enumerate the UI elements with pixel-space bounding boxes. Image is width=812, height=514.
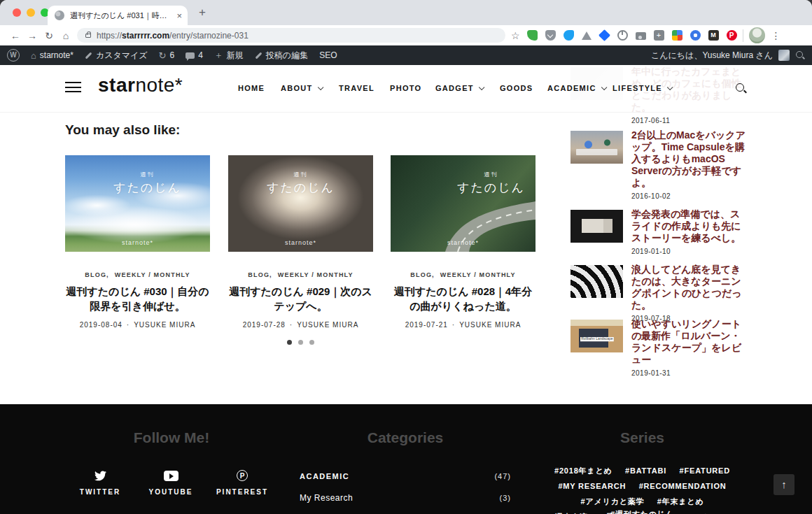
home-icon[interactable]: ⌂ bbox=[57, 30, 74, 41]
square-plus-extension-icon[interactable]: + bbox=[654, 30, 664, 41]
wp-logo-menu[interactable]: W bbox=[7, 49, 20, 62]
sidebar-post-title[interactable]: 浪人してどん底を見てきたのは、大きなターニングポイントのひとつだった。 bbox=[631, 264, 746, 311]
category-link[interactable]: WEEKLY / MONTHLY bbox=[115, 271, 190, 278]
google-drive-extension-icon[interactable] bbox=[582, 31, 592, 40]
browser-menu-icon[interactable]: ⋮ bbox=[771, 30, 781, 41]
reload-icon[interactable]: ↻ bbox=[41, 30, 57, 41]
carousel-dot[interactable] bbox=[298, 340, 303, 345]
m-extension-icon[interactable]: M bbox=[708, 30, 719, 41]
sidebar-post-item[interactable]: 2台以上のMacをバックアップ。Time Capsuleを購入するよりもmacO… bbox=[570, 129, 746, 200]
sidebar-post-thumbnail[interactable] bbox=[570, 131, 623, 164]
sidebar-post-item[interactable]: 学会発表の準備では、スライドの作成よりも先にストーリーを練るべし。 2019-0… bbox=[570, 208, 746, 255]
wp-edit-post-menu[interactable]: 投稿の編集 bbox=[255, 50, 308, 62]
sidebar-post-thumbnail[interactable] bbox=[570, 265, 623, 298]
series-tag[interactable]: #年末まとめ bbox=[657, 497, 704, 507]
sidebar-post-thumbnail[interactable]: Rollbahn Landscape bbox=[570, 320, 623, 352]
wp-search-icon[interactable] bbox=[795, 50, 805, 60]
carousel-dot-active[interactable] bbox=[287, 340, 292, 345]
category-link[interactable]: BLOG, bbox=[410, 271, 435, 278]
nav-academic[interactable]: ACADEMIC bbox=[547, 84, 605, 92]
nav-goods[interactable]: GOODS bbox=[500, 84, 533, 92]
post-author[interactable]: YUSUKE MIURA bbox=[459, 321, 521, 329]
post-author[interactable]: YUSUKE MIURA bbox=[297, 321, 358, 329]
nav-label: GADGET bbox=[435, 84, 474, 92]
tab-title: 週刊すたのじん #031｜時代の変化 bbox=[70, 10, 172, 21]
camera-extension-icon[interactable] bbox=[636, 32, 646, 40]
sidebar-post-item[interactable]: 浪人してどん底を見てきたのは、大きなターニングポイントのひとつだった。 2019… bbox=[570, 264, 746, 322]
pinterest-extension-icon[interactable]: P bbox=[727, 30, 737, 41]
user-avatar[interactable] bbox=[778, 50, 790, 61]
bookmark-star-icon[interactable]: ☆ bbox=[511, 30, 520, 41]
sidebar-post-title[interactable]: 使いやすいリングノートの最新作「ロルバーン・ランドスケープ」をレビュー bbox=[631, 318, 746, 366]
carousel-dot[interactable] bbox=[309, 340, 314, 345]
new-tab-button[interactable]: + bbox=[199, 6, 206, 20]
sidebar-post-title[interactable]: 2台以上のMacをバックアップ。Time Capsuleを購入するよりもmacO… bbox=[631, 129, 746, 189]
nav-photo[interactable]: PHOTO bbox=[390, 84, 421, 92]
wp-new-menu[interactable]: ＋ 新規 bbox=[214, 49, 244, 62]
close-window-button[interactable] bbox=[13, 8, 21, 17]
wp-comments-menu[interactable]: 4 bbox=[186, 50, 203, 60]
series-tag[interactable]: #アメリカと薬学 bbox=[581, 497, 645, 507]
related-post-card[interactable]: 週刊 すたのじん starnote* BLOG,WEEKLY / MONTHLY… bbox=[65, 155, 210, 329]
related-post-card[interactable]: 週刊 すたのじん starnote* BLOG,WEEKLY / MONTHLY… bbox=[391, 155, 536, 329]
category-link[interactable]: BLOG, bbox=[85, 271, 109, 278]
nav-travel[interactable]: TRAVEL bbox=[339, 84, 374, 92]
post-title[interactable]: 週刊すたのじん #028｜4年分の曲がりくねった道。 bbox=[391, 284, 536, 313]
notebook-label: Rollbahn Landscape bbox=[580, 337, 614, 341]
dropbox-extension-icon[interactable] bbox=[598, 29, 610, 41]
category-link[interactable]: WEEKLY / MONTHLY bbox=[440, 271, 516, 278]
updates-icon: ↻ bbox=[159, 50, 167, 61]
nav-home[interactable]: HOME bbox=[238, 84, 265, 92]
series-tag[interactable]: #MY RESEARCH bbox=[558, 482, 626, 490]
pocket-extension-icon[interactable] bbox=[545, 30, 556, 41]
category-row[interactable]: ACADEMIC (47) bbox=[300, 472, 511, 480]
post-author[interactable]: YUSUKE MIURA bbox=[134, 321, 195, 329]
nav-gadget[interactable]: GADGET bbox=[435, 84, 482, 92]
blue-circle-extension-icon[interactable] bbox=[690, 30, 701, 41]
minimize-window-button[interactable] bbox=[27, 8, 35, 17]
post-title[interactable]: 週刊すたのじん #030｜自分の限界を引き伸ばせ。 bbox=[65, 284, 210, 313]
youtube-link[interactable]: YOUTUBE bbox=[137, 469, 204, 496]
header-search-icon[interactable] bbox=[735, 83, 747, 94]
post-cover-image[interactable]: 週刊 すたのじん starnote* bbox=[65, 155, 210, 252]
wp-seo-menu[interactable]: SEO bbox=[319, 50, 337, 60]
pinterest-link[interactable]: P PINTEREST bbox=[209, 469, 276, 496]
series-tag[interactable]: #BATTABI bbox=[625, 466, 666, 475]
browser-tab[interactable]: 週刊すたのじん #031｜時代の変化 × bbox=[48, 6, 188, 25]
evernote-extension-icon[interactable] bbox=[527, 30, 538, 41]
series-tag[interactable]: #2018年まとめ bbox=[554, 466, 612, 476]
series-tag[interactable]: #FEATURED bbox=[680, 466, 730, 475]
category-name[interactable]: My Research bbox=[300, 493, 353, 503]
sidebar-post-thumbnail[interactable] bbox=[570, 210, 623, 243]
logo-bold-part: star bbox=[98, 74, 135, 96]
twitter-link[interactable]: TWITTER bbox=[66, 469, 134, 496]
post-title[interactable]: 週刊すたのじん #029｜次のステップへ。 bbox=[228, 284, 373, 313]
forward-icon[interactable]: → bbox=[24, 30, 41, 41]
twitter-extension-icon[interactable] bbox=[564, 30, 574, 41]
wp-customize-menu[interactable]: カスタマイズ bbox=[85, 50, 148, 62]
power-circle-extension-icon[interactable] bbox=[617, 30, 628, 41]
profile-avatar[interactable] bbox=[749, 27, 765, 43]
sidebar-post-item[interactable]: Rollbahn Landscape 使いやすいリングノートの最新作「ロルバーン… bbox=[570, 318, 746, 377]
series-tag[interactable]: #RECOMMENDATION bbox=[639, 482, 727, 490]
sidebar-post-title[interactable]: 学会発表の準備では、スライドの作成よりも先にストーリーを練るべし。 bbox=[631, 208, 746, 244]
post-cover-image[interactable]: 週刊 すたのじん starnote* bbox=[228, 155, 373, 252]
wp-updates-menu[interactable]: ↻ 6 bbox=[159, 50, 175, 61]
post-cover-image[interactable]: 週刊 すたのじん starnote* bbox=[391, 155, 536, 252]
wp-site-menu[interactable]: ⌂ starnote* bbox=[31, 50, 74, 61]
nav-about[interactable]: ABOUT bbox=[281, 84, 321, 92]
back-icon[interactable]: ← bbox=[7, 30, 24, 41]
related-post-card[interactable]: 週刊 すたのじん starnote* BLOG,WEEKLY / MONTHLY… bbox=[228, 155, 373, 329]
nav-lifestyle[interactable]: LIFESTYLE bbox=[612, 84, 671, 92]
category-link[interactable]: WEEKLY / MONTHLY bbox=[278, 271, 354, 278]
category-name[interactable]: ACADEMIC bbox=[300, 472, 349, 480]
hamburger-menu-icon[interactable] bbox=[65, 82, 81, 93]
scroll-to-top-button[interactable]: ↑ bbox=[774, 474, 794, 495]
colorful-grid-extension-icon[interactable] bbox=[672, 30, 682, 41]
address-bar[interactable]: https://starrrrr.com/entry/starnozine-03… bbox=[77, 28, 505, 43]
tab-close-icon[interactable]: × bbox=[176, 10, 182, 21]
category-row[interactable]: My Research (3) bbox=[300, 493, 511, 503]
wp-greeting[interactable]: こんにちは、Yusuke Miura さん bbox=[651, 50, 773, 62]
category-link[interactable]: BLOG, bbox=[248, 271, 272, 278]
site-logo[interactable]: starnote* bbox=[98, 74, 183, 97]
